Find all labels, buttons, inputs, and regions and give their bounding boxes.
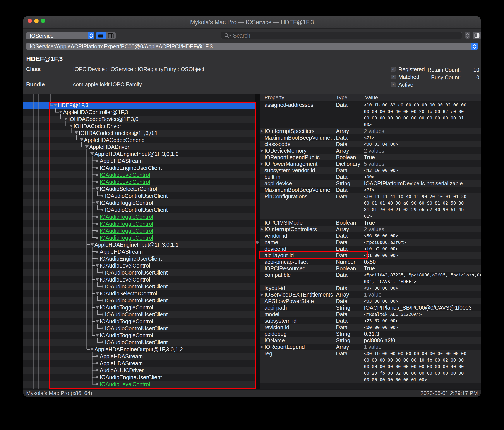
tree-node[interactable]: IOAudioControlUserClient — [23, 311, 255, 318]
property-row[interactable]: IONameStringpci8086,a2f0 — [260, 337, 481, 344]
property-row[interactable]: IOPCIResourcedBooleanTrue — [260, 265, 481, 272]
tree-node[interactable]: IOAudioToggleControl — [23, 234, 255, 241]
property-row[interactable]: AFGLowPowerStateData<03 00 00 00> — [260, 298, 481, 304]
property-row[interactable]: layout-idData<07 00 00 00> — [260, 285, 481, 291]
disclosure-arrow-icon[interactable]: ▶ — [261, 291, 263, 298]
property-row[interactable]: subsystem-idData<23 87 00 00> — [260, 317, 481, 324]
property-table-header[interactable]: Property Type Value — [260, 94, 481, 101]
tree-node[interactable]: IOAudioLevelControl — [23, 381, 255, 388]
search-field[interactable] — [221, 32, 462, 39]
title-bar[interactable]: Mykola’s Mac Pro — IOService — HDEF@1F,3 — [23, 16, 481, 29]
property-row[interactable]: revision-idData<00 00 00 00> — [260, 324, 481, 331]
tree-node[interactable]: IOAudioToggleControl — [23, 213, 255, 220]
search-input[interactable] — [233, 32, 452, 39]
tree-node[interactable]: IOAudioControlUserClient — [23, 283, 255, 290]
property-row[interactable]: ▶IOServiceDEXTEntitlementsArray1 value — [260, 291, 481, 298]
checkbox-icon[interactable]: ✓ — [391, 82, 396, 87]
disclosure-arrow-icon[interactable]: ▶ — [261, 128, 263, 134]
property-row[interactable]: compatibleData<"pci1043,8723", "pci8086,… — [260, 272, 481, 285]
property-row[interactable]: MaximumBootBeepVolume…Data<7f> — [260, 134, 481, 141]
property-row[interactable]: regData<00 fb 00 00 00 00 00 00 00 00 00… — [260, 350, 481, 383]
tree-node[interactable]: IOAudioSelectorControl — [23, 185, 255, 192]
property-row[interactable]: acpi-pathStringIOACPIPlane:/_SB/PC00@0/C… — [260, 304, 481, 311]
tree-node[interactable]: IOAudioLevelControl — [23, 276, 255, 283]
splitter-handle-icon[interactable] — [256, 241, 259, 244]
tree-node[interactable]: IOAudioControlUserClient — [23, 325, 255, 332]
property-row[interactable]: subsystem-vendor-idData<43 10 00 00> — [260, 167, 481, 174]
tree-node[interactable]: IOAudioControlUserClient — [23, 339, 255, 346]
column-header-property[interactable]: Property — [264, 94, 284, 101]
tree-node[interactable]: IOAudioToggleControl — [23, 304, 255, 311]
tree-node[interactable]: IOAudioToggleControl — [23, 220, 255, 227]
list-view-button[interactable] — [96, 32, 106, 39]
tree-node[interactable]: AppleHDAController@1F,3 — [23, 109, 255, 115]
path-stepper-icon[interactable] — [471, 43, 478, 50]
property-row[interactable]: built-inData<00> — [260, 174, 481, 180]
tree-node[interactable]: AppleHDAStream — [23, 248, 255, 255]
tree-node[interactable]: IOAudioControlUserClient — [23, 192, 255, 199]
property-row[interactable]: acpi-pmcap-offsetNumber0x50 — [260, 259, 481, 265]
property-row[interactable]: nameData<"pci8086,a2f0"> — [260, 239, 481, 246]
tree-node[interactable]: AppleHDAEngineInput@1F,3,0,1,0 — [23, 150, 255, 158]
disclosure-arrow-icon[interactable]: ▶ — [261, 226, 263, 232]
tree-node[interactable]: IOAudioLevelControl — [23, 262, 255, 269]
registry-tree-pane[interactable]: HDEF@1F,3AppleHDAController@1F,3IOHDACod… — [23, 94, 255, 389]
tree-node[interactable]: IOAudioControlUserClient — [23, 297, 255, 304]
property-row[interactable]: device-idData<f0 a2 00 00> — [260, 246, 481, 252]
plane-selector-popup[interactable]: IOService — [26, 32, 94, 39]
path-bar[interactable]: IOService:/AppleACPIPlatformExpert/PC00@… — [26, 43, 478, 50]
property-row[interactable]: vendor-idData<86 80 00 00> — [260, 232, 481, 239]
tree-node[interactable]: AppleHDAEngineOutput@1F,3,0,1,2 — [23, 346, 255, 353]
tree-node[interactable]: IOAudioToggleControl — [23, 318, 255, 325]
history-stepper[interactable] — [465, 32, 470, 39]
tree-node[interactable]: IOHDACodecFunction@1F,3,0,1 — [23, 130, 255, 137]
tree-node[interactable]: AppleHDAStream — [23, 158, 255, 164]
disclosure-arrow-icon[interactable]: ▶ — [261, 344, 263, 350]
tree-node[interactable]: IOAudioSelectorControl — [23, 290, 255, 297]
column-separator[interactable] — [334, 95, 334, 100]
tree-node[interactable]: AppleHDADriver — [23, 143, 255, 150]
column-header-value[interactable]: Value — [365, 94, 378, 101]
checkbox-icon[interactable]: ✓ — [391, 75, 396, 79]
tree-node[interactable]: IOAudioEngineUserClient — [23, 164, 255, 171]
tree-node[interactable]: IOAudioToggleControl — [23, 332, 255, 339]
tree-node[interactable]: IOHDACodecDevice@1F,3,0 — [23, 115, 255, 123]
property-row[interactable]: PinConfigurationsData<f0 11 11 41 10 40 … — [260, 193, 481, 219]
checkbox-icon[interactable]: ✓ — [391, 67, 396, 72]
tree-node[interactable]: IOAudioToggleControl — [23, 227, 255, 234]
tree-node[interactable]: IOHDACodecDriver — [23, 123, 255, 130]
column-view-button[interactable] — [106, 32, 116, 39]
tree-node[interactable]: AudioAUUCDriver — [23, 367, 255, 374]
property-row[interactable]: class-codeData<00 03 04 00> — [260, 141, 481, 147]
property-row[interactable]: ▶IOInterruptControllersArray2 values — [260, 226, 481, 232]
tree-node[interactable]: IOAudioControlUserClient — [23, 269, 255, 276]
property-table-pane[interactable]: Property Type Value assigned-addressesDa… — [260, 94, 481, 389]
property-row[interactable]: IOPCIMSIModeBooleanTrue — [260, 219, 481, 226]
tree-node[interactable]: AppleHDAStream — [23, 353, 255, 360]
popup-stepper-icon[interactable] — [88, 32, 94, 39]
property-row[interactable]: modelData<"Realtek ALC S1220A"> — [260, 311, 481, 317]
disclosure-arrow-icon[interactable]: ▶ — [261, 160, 263, 167]
tree-node[interactable]: IOAudioLevelControl — [23, 178, 255, 185]
property-row[interactable]: assigned-addressesData<10 fb 00 82 c0 00… — [260, 102, 481, 128]
property-row[interactable]: ▶IOReportLegendArray1 value — [260, 344, 481, 350]
property-row[interactable]: IOReportLegendPublicBooleanTrue — [260, 154, 481, 160]
tree-node[interactable]: IOAudioToggleControl — [23, 199, 255, 206]
tree-node[interactable]: AppleHDACodecGeneric — [23, 137, 255, 143]
inspector-toggle-button[interactable] — [473, 32, 481, 39]
tree-node[interactable]: HDEF@1F,3 — [23, 102, 255, 109]
column-header-type[interactable]: Type — [336, 94, 347, 101]
property-row[interactable]: ▶IOPowerManagementDictionary5 values — [260, 160, 481, 167]
property-row-alc-layout-id[interactable]: alc-layout-idData<01 00 00 00> — [260, 252, 481, 259]
property-row[interactable]: MaximumBootBeepVolumeData<7f> — [260, 187, 481, 193]
property-row[interactable]: ▶IODeviceMemoryArray2 values — [260, 147, 481, 154]
tree-node[interactable]: IOAudioEngineUserClient — [23, 255, 255, 262]
property-row[interactable]: pcidebugString0:31:3 — [260, 331, 481, 337]
property-row[interactable]: acpi-deviceStringIOACPIPlatformDevice is… — [260, 180, 481, 187]
tree-node[interactable]: IOAudioLevelControl — [23, 171, 255, 178]
tree-node[interactable]: IOAudioControlUserClient — [23, 206, 255, 213]
property-row[interactable]: ▶IOInterruptSpecifiersArray2 values — [260, 128, 481, 134]
disclosure-arrow-icon[interactable]: ▶ — [261, 147, 263, 154]
tree-node[interactable]: AppleHDAStream — [23, 360, 255, 367]
tree-node[interactable]: AppleHDAEngineInput@1F,3,0,1,1 — [23, 241, 255, 248]
